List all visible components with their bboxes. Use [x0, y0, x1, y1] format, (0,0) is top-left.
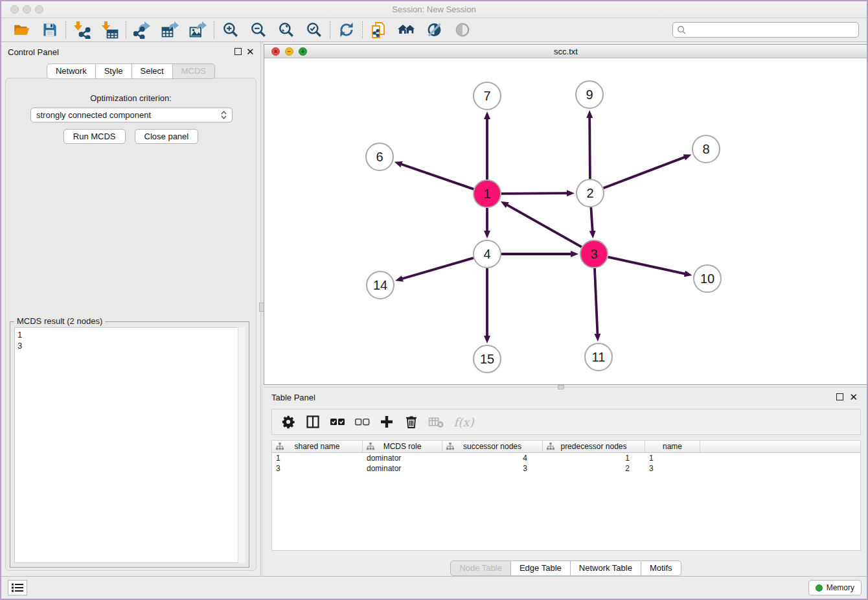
export-table-icon [161, 21, 179, 39]
edge-3-1[interactable] [507, 205, 582, 248]
toggle-columns-button[interactable] [302, 412, 324, 432]
network-canvas[interactable]: 7968124314101511 [264, 58, 867, 384]
memory-button[interactable]: Memory [808, 580, 862, 595]
control-panel-tabs: NetworkStyleSelectMCDS [1, 63, 260, 79]
zoom-fit-button[interactable] [272, 20, 300, 40]
tab-style[interactable]: Style [96, 63, 132, 79]
edge-4-14[interactable] [402, 258, 474, 279]
node-label-9: 9 [586, 87, 593, 102]
column-type-icon [367, 443, 374, 450]
table-cell[interactable]: 4 [442, 453, 543, 463]
column-header-successor-nodes[interactable]: successor nodes [442, 441, 543, 452]
import-network-button[interactable] [68, 20, 96, 40]
float-table-panel-icon[interactable] [836, 393, 843, 400]
tab-edge-table[interactable]: Edge Table [511, 560, 571, 576]
table-row[interactable]: 1dominator411 [272, 453, 860, 463]
tab-mcds[interactable]: MCDS [173, 63, 215, 79]
table-body: 1dominator4113dominator323 [272, 453, 860, 474]
node-label-3: 3 [590, 247, 597, 261]
column-type-icon [547, 443, 554, 450]
table-cell[interactable]: 3 [272, 463, 363, 474]
network-title: scc.txt [264, 47, 867, 56]
tab-node-table[interactable]: Node Table [450, 560, 511, 576]
import-network-icon [73, 21, 91, 39]
network-graph[interactable]: 7968124314101511 [264, 58, 867, 384]
save-floppy-icon [42, 22, 58, 38]
import-table-button[interactable] [96, 20, 124, 40]
function-builder-button[interactable]: f(x) [450, 412, 478, 432]
tab-select[interactable]: Select [132, 63, 173, 79]
delete-row-button[interactable] [400, 412, 422, 432]
add-row-button[interactable] [376, 412, 398, 432]
result-scrollbar[interactable] [238, 327, 245, 563]
zoom-out-button[interactable] [244, 20, 272, 40]
edge-1-6[interactable] [400, 164, 474, 189]
criterion-value: strongly connected component [36, 110, 151, 120]
node-label-6: 6 [376, 150, 383, 164]
table-row[interactable]: 3dominator323 [272, 463, 860, 474]
birds-eye-icon [454, 21, 471, 38]
delete-table-icon [428, 414, 444, 430]
network-view-window: × − + scc.txt 7968124314101511 [264, 44, 868, 385]
table-toolbar: f(x) [271, 409, 861, 435]
tab-network-table[interactable]: Network Table [571, 560, 641, 576]
birds-eye-view-button[interactable] [448, 20, 476, 40]
duplicate-network-button[interactable] [365, 20, 393, 40]
table-cell[interactable]: 3 [442, 463, 543, 474]
close-table-panel-icon[interactable]: ✕ [849, 391, 858, 403]
table-cell[interactable]: dominator [363, 453, 442, 463]
edge-1-2[interactable] [501, 193, 568, 194]
table-cell[interactable]: 1 [272, 453, 363, 463]
delete-table-button[interactable] [425, 412, 447, 432]
criterion-select[interactable]: strongly connected component [30, 108, 233, 122]
select-all-button[interactable] [326, 412, 348, 432]
node-label-15: 15 [480, 352, 494, 366]
table-cell[interactable]: 1 [543, 453, 645, 463]
optimization-criterion-label: Optimization criterion: [6, 93, 256, 103]
export-network-button[interactable] [128, 20, 156, 40]
table-cell[interactable]: dominator [363, 463, 442, 474]
tab-network[interactable]: Network [47, 63, 96, 79]
column-settings-button[interactable] [277, 412, 299, 432]
apply-layout-button[interactable] [332, 20, 360, 40]
open-session-button[interactable] [8, 20, 36, 40]
mcds-tab-content: Optimization criterion: strongly connect… [5, 78, 257, 571]
deselect-all-button[interactable] [351, 412, 373, 432]
mcds-result-list[interactable]: 1 3 [14, 327, 245, 563]
search-field[interactable] [672, 22, 859, 38]
unchecked-boxes-icon [354, 413, 371, 430]
edge-2-8[interactable] [604, 157, 686, 188]
export-image-icon [189, 21, 207, 39]
table-cell[interactable]: 3 [645, 463, 700, 474]
zoom-selected-button[interactable] [300, 20, 328, 40]
edge-2-3[interactable] [591, 207, 592, 232]
edge-3-11[interactable] [595, 268, 598, 335]
tab-motifs[interactable]: Motifs [641, 560, 681, 576]
export-table-button[interactable] [156, 20, 184, 40]
toolbar-separator [362, 21, 363, 38]
hide-graphics-details-button[interactable] [420, 20, 448, 40]
column-header-predecessor-nodes[interactable]: predecessor nodes [543, 441, 645, 452]
zoom-in-button[interactable] [216, 20, 244, 40]
edge-2-9[interactable] [589, 117, 590, 179]
edge-3-10[interactable] [608, 257, 686, 274]
close-panel-button[interactable]: Close panel [135, 129, 199, 144]
toolbar-separator [214, 21, 214, 38]
column-header-MCDS-role[interactable]: MCDS role [363, 441, 442, 452]
save-session-button[interactable] [36, 20, 63, 40]
hide-details-icon [426, 21, 443, 38]
table-cell[interactable]: 2 [543, 463, 645, 474]
show-panels-button[interactable] [8, 580, 27, 595]
run-mcds-button[interactable]: Run MCDS [63, 129, 126, 144]
homes-icon [398, 21, 416, 39]
export-image-button[interactable] [184, 20, 212, 40]
zoom-fit-icon [278, 21, 295, 38]
search-input[interactable] [689, 25, 858, 35]
column-header-shared-name[interactable]: shared name [272, 441, 363, 452]
table-cell[interactable]: 1 [645, 453, 700, 463]
float-panel-icon[interactable] [234, 48, 242, 55]
column-header-name[interactable]: name [645, 441, 700, 452]
session-home-button[interactable] [393, 20, 420, 40]
memory-status-icon [816, 584, 823, 592]
close-panel-icon[interactable]: ✕ [246, 46, 255, 58]
